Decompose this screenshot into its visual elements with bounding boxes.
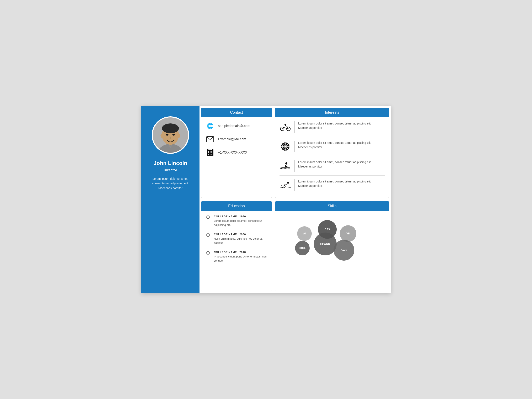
edu-title-2: COLLEGE NAME | 2000 [214,233,267,236]
svg-point-16 [208,152,209,153]
education-body: COLLEGE NAME | 1990 Lorem ipsum dolor si… [201,211,272,291]
edu-content-2: COLLEGE NAME | 2000 Nulla enim massa, eu… [214,233,267,245]
edu-desc-2: Nulla enim massa, euismod nec dolor at, … [214,237,267,245]
svg-point-41 [282,167,290,168]
interest-divider-4 [294,179,295,191]
svg-point-15 [211,151,212,152]
edu-timeline-3 [206,251,210,263]
profile-name: John Lincoln [154,160,187,166]
edu-desc-3: Praesent tincidunt purls ac tortor luctu… [214,254,267,263]
contact-panel: Contact 🌐 sampledomain@.com [201,108,272,198]
profile-bio: Lorem ipsum dolor sit amet, consec tetue… [147,177,193,190]
interest-divider-2 [294,141,295,152]
cycling-icon [279,121,291,133]
svg-point-7 [166,134,169,136]
resume-container: John Lincoln Director Lorem ipsum dolor … [141,106,391,293]
sidebar: John Lincoln Director Lorem ipsum dolor … [141,106,200,293]
interest-text-2: Lorem ipsum dolor sit amet, consec tetue… [298,141,385,149]
profile-title: Director [164,168,177,172]
skill-bubble-java: Java [334,240,354,261]
interests-header: Interests [275,108,389,117]
main-content: Contact 🌐 sampledomain@.com [200,106,391,293]
edu-content-3: COLLEGE NAME | 2018 Praesent tincidunt p… [214,251,267,263]
interest-divider-3 [294,160,295,172]
skill-bubble-vb: VB [340,225,356,242]
edu-desc-1: Lorem ipsum dolor sit amet, consectetur … [214,219,267,227]
skills-bubble-container: AICSSVBSPARKHTMLJava [279,215,385,261]
svg-point-20 [210,154,210,155]
contact-item-phone: +1-XXX-XXX-XXXX [206,148,267,157]
svg-point-9 [170,137,171,139]
edu-circle-2 [206,233,210,237]
edu-circle-1 [206,215,210,219]
skills-panel: Skills AICSSVBSPARKHTMLJava [275,201,389,291]
contact-item-email: Example@Me.com [206,135,267,144]
contact-website: sampledomain@.com [218,124,250,128]
svg-point-24 [285,124,286,126]
globe-icon: 🌐 [206,121,215,131]
edu-line-2 [208,238,208,245]
avatar [152,116,189,154]
contact-item-website: 🌐 sampledomain@.com [206,121,267,131]
svg-point-17 [210,152,210,153]
svg-point-19 [208,154,209,155]
education-header: Education [201,201,272,211]
contact-body: 🌐 sampledomain@.com Example@Me.com [201,117,272,198]
edu-timeline-1 [206,215,210,227]
edu-timeline-2 [206,233,210,245]
swimming-icon [279,179,291,191]
svg-point-4 [162,123,179,133]
svg-point-18 [211,152,212,153]
contact-email: Example@Me.com [218,137,246,141]
interest-divider-1 [294,121,295,133]
interest-item-3: Lorem ipsum dolor sit amet, consec tetue… [279,160,385,176]
top-row: Contact 🌐 sampledomain@.com [200,106,391,200]
interests-panel: Interests [275,108,389,198]
interest-item-4: Lorem ipsum dolor sit amet, consec tetue… [279,179,385,191]
skills-header: Skills [275,201,389,211]
svg-point-6 [177,133,180,138]
svg-point-42 [287,182,289,184]
interest-text-4: Lorem ipsum dolor sit amet, consec tetue… [298,179,385,188]
sports-icon [279,141,291,152]
interest-item-2: Lorem ipsum dolor sit amet, consec tetue… [279,141,385,156]
skill-bubble-html: HTML [295,241,310,255]
edu-item-2: COLLEGE NAME | 2000 Nulla enim massa, eu… [206,233,267,245]
svg-point-36 [285,162,287,164]
edu-item-3: COLLEGE NAME | 2018 Praesent tincidunt p… [206,251,267,263]
skill-bubble-ai: AI [297,226,312,241]
edu-line-1 [208,220,208,227]
edu-content-1: COLLEGE NAME | 1990 Lorem ipsum dolor si… [214,215,267,227]
email-icon [206,135,215,144]
edu-circle-3 [206,251,210,254]
edu-item-1: COLLEGE NAME | 1990 Lorem ipsum dolor si… [206,215,267,227]
svg-line-28 [285,126,287,127]
interest-text-3: Lorem ipsum dolor sit amet, consec tetue… [298,160,385,169]
interest-text-1: Lorem ipsum dolor sit amet, consec tetue… [298,121,385,130]
svg-line-45 [281,186,283,186]
rowing-icon [279,160,291,172]
skill-bubble-spark: SPARK [314,233,337,255]
svg-point-5 [160,133,163,138]
skills-body: AICSSVBSPARKHTMLJava [275,211,389,291]
bottom-row: Education COLLEGE NAME | 1990 Lorem ipsu… [200,200,391,293]
edu-title-3: COLLEGE NAME | 2018 [214,251,267,254]
education-panel: Education COLLEGE NAME | 1990 Lorem ipsu… [201,201,272,291]
svg-point-40 [280,167,282,169]
svg-point-13 [208,151,209,152]
interest-item-1: Lorem ipsum dolor sit amet, consec tetue… [279,121,385,137]
edu-title-1: COLLEGE NAME | 1990 [214,215,267,218]
svg-line-25 [285,126,285,128]
svg-point-8 [172,134,175,136]
contact-header: Contact [201,108,272,117]
contact-phone: +1-XXX-XXX-XXXX [218,151,247,154]
svg-point-21 [211,154,212,155]
interests-body: Lorem ipsum dolor sit amet, consec tetue… [275,117,389,198]
phone-icon [206,148,215,157]
svg-point-14 [210,151,210,152]
